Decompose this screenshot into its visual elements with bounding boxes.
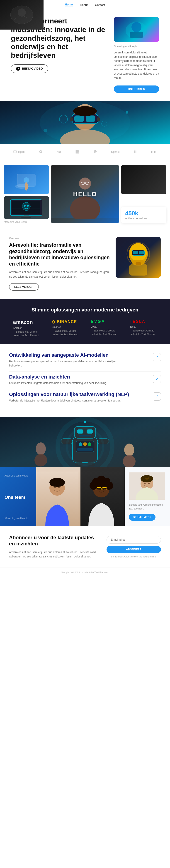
- about-left: Over ons AI-revolutie: transformatie van…: [9, 237, 110, 290]
- about-right: [116, 237, 161, 278]
- team-caption: Afbeelding van Freepik: [4, 517, 32, 520]
- svg-point-26: [24, 205, 26, 207]
- gallery-section: Afbeelding van Freepik HELLO: [0, 159, 170, 229]
- svg-point-15: [44, 129, 47, 132]
- nav-contact[interactable]: Contact: [95, 3, 105, 7]
- gallery-image-2: [4, 196, 49, 219]
- about-heading: AI-revolutie: transformatie van gezondhe…: [9, 242, 110, 267]
- stat-number: 450k: [125, 210, 162, 217]
- service-title-1: Ontwikkeling van aangepaste AI-modellen: [9, 352, 122, 358]
- brands-row: amazon Amazon Sample text. Click to sele…: [9, 319, 161, 337]
- team-left: Afbeelding van Freepik Ons team Afbeeldi…: [0, 467, 36, 526]
- nav-home[interactable]: Home: [65, 3, 73, 7]
- logo-flower: ✿: [39, 149, 43, 154]
- svg-rect-46: [139, 251, 144, 254]
- team-tag: Afbeelding van Freepik: [4, 473, 32, 477]
- watch-video-button[interactable]: BEKIJK VIDEO: [11, 64, 48, 73]
- gallery-left: Afbeelding van Freepik: [4, 165, 49, 223]
- about-body: At vero eos et accusam et justo duo dolo…: [9, 270, 110, 279]
- subscribe-section: Abonneer u voor de laatste updates en in…: [0, 526, 170, 567]
- team-section: Afbeelding van Freepik Ons team Afbeeldi…: [0, 467, 170, 526]
- service-item-3: Oplossingen voor natuurlijke taalverwerk…: [9, 392, 161, 406]
- brand-amazon: amazon Amazon Sample text. Click to sele…: [13, 319, 40, 337]
- footer-text: Sample text. Click to select the Text El…: [61, 571, 109, 574]
- gallery-image-3: [121, 165, 166, 194]
- brand-tesla: TESLA Tesla Sample text. Click to select…: [130, 319, 157, 336]
- svg-point-56: [88, 442, 91, 446]
- team-card-1: [36, 467, 81, 526]
- svg-point-1: [131, 22, 141, 32]
- svg-point-103: [148, 483, 150, 484]
- service-text-3: Oplossingen voor natuurlijke taalverwerk…: [9, 392, 129, 403]
- svg-point-80: [54, 487, 56, 488]
- gallery-caption: Afbeelding van Freepik: [4, 221, 49, 223]
- svg-rect-31: [21, 217, 31, 218]
- nav-about[interactable]: About: [80, 3, 88, 7]
- svg-point-101: [145, 475, 149, 478]
- service-text-1: Ontwikkeling van aangepaste AI-modellen …: [9, 352, 122, 368]
- svg-point-27: [27, 205, 29, 207]
- svg-point-91: [103, 488, 104, 490]
- team-card-image-1: [36, 467, 81, 526]
- hero-image-graphic: [123, 18, 150, 41]
- svg-rect-49: [135, 262, 141, 265]
- logo-box: ▦: [75, 149, 79, 154]
- gallery-right: 450k Actieve gebruikers: [121, 165, 166, 223]
- svg-rect-10: [97, 117, 100, 121]
- svg-rect-8: [86, 116, 95, 122]
- subscribe-body: At vero eos et accusam et justo duo dolo…: [9, 550, 99, 559]
- service-title-2: Data-analyse en inzichten: [9, 374, 107, 380]
- subscribe-left: Abonneer u voor de laatste updates en in…: [9, 534, 99, 559]
- subscribe-email-input[interactable]: [107, 536, 161, 544]
- logo-apmd: apmd: [111, 150, 120, 153]
- service-item-1: Ontwikkeling van aangepaste AI-modellen …: [9, 352, 161, 371]
- brand-binance: ◇ BINANCE Binance Sample text. Click to …: [52, 319, 79, 337]
- service-arrow-2[interactable]: ↗: [153, 375, 161, 383]
- svg-point-90: [98, 488, 100, 490]
- service-arrow-3[interactable]: ↗: [153, 393, 161, 401]
- logo-dots: ⠿: [134, 149, 137, 154]
- svg-rect-30: [24, 216, 29, 217]
- robot-full-section: [0, 417, 170, 467]
- vr-image: [0, 101, 170, 144]
- vr-banner: [0, 101, 170, 144]
- team-desc: Sample text. Click to select the Text El…: [129, 503, 166, 510]
- svg-rect-7: [74, 116, 84, 122]
- logo-ogie: ⬡ ogie: [13, 149, 25, 154]
- play-icon: [16, 67, 20, 71]
- svg-point-71: [35, 454, 47, 466]
- svg-point-16: [126, 111, 128, 114]
- gallery-image-1: [4, 165, 49, 194]
- svg-point-55: [83, 442, 87, 446]
- solutions-heading: Slimme oplossingen voor moderne bedrijve…: [9, 307, 161, 313]
- svg-point-72: [124, 443, 134, 456]
- logo-nn: nn: [151, 149, 157, 154]
- subscribe-right: ABONNEER Sample text. Click to select th…: [107, 534, 161, 558]
- service-title-3: Oplossingen voor natuurlijke taalverwerk…: [9, 392, 129, 397]
- svg-point-79: [54, 478, 60, 485]
- svg-point-89: [97, 475, 106, 485]
- bekijk-meer-button[interactable]: BEKIJK MEER: [129, 514, 156, 521]
- service-text-2: Data-analyse en inzichten bruikbare inzi…: [9, 374, 107, 385]
- team-card-image-2: [81, 467, 125, 526]
- logos-bar: ⬡ ogie ✿ HD ▦ ⊕ apmd ⠿ nn: [0, 144, 170, 159]
- svg-point-11: [73, 106, 97, 116]
- robot-full-image: [0, 417, 170, 467]
- stat-label: Actieve gebruikers: [125, 217, 162, 220]
- svg-point-33: [79, 178, 91, 190]
- svg-point-54: [79, 442, 82, 446]
- subscribe-button[interactable]: ABONNEER: [107, 546, 161, 553]
- stat-box: 450k Actieve gebruikers: [121, 207, 166, 223]
- logo-hd: HD: [56, 150, 61, 153]
- svg-point-20: [24, 177, 29, 183]
- hero-cta-button[interactable]: ONTDEKKEN: [114, 86, 159, 93]
- footer: Sample text. Click to select the Text El…: [0, 567, 170, 577]
- about-tag: Over ons: [9, 237, 110, 240]
- service-arrow-1[interactable]: ↗: [153, 353, 161, 361]
- read-more-button[interactable]: LEES VERDER: [9, 283, 39, 290]
- service-desc-2: bruikbare inzichten uit grote datasets h…: [9, 381, 107, 385]
- brand-evga: EVGA Evga Sample text. Click to select t…: [91, 319, 118, 336]
- logo-circle: ⊕: [93, 149, 97, 154]
- hero-right: Afbeelding van Freepik Lorem ipsum dolor…: [114, 17, 159, 93]
- subscribe-heading: Abonneer u voor de laatste updates en in…: [9, 534, 99, 547]
